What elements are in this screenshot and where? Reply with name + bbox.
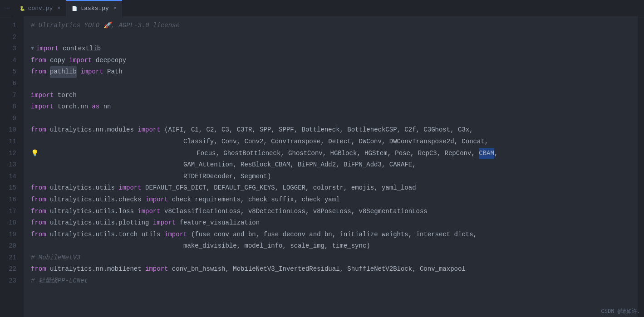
keyword: import [36, 43, 59, 55]
code-line: RTDETRDecoder, Segment) [31, 171, 630, 183]
keyword: from [31, 124, 46, 136]
code-text: DEFAULT_CFG_DICT, DEFAULT_CFG_KEYS, LOGG… [142, 182, 416, 194]
fold-icon[interactable]: ▼ [31, 43, 34, 55]
keyword: from [31, 229, 46, 241]
keyword: import [138, 206, 160, 218]
code-text: deepcopy [92, 55, 126, 67]
code-text: Focus, GhostBottleneck, GhostConv, HGBlo… [44, 148, 479, 160]
code-text: ultralytics.nn.modules [46, 124, 138, 136]
code-line [31, 78, 630, 90]
code-line: # Ultralytics YOLO 🚀, AGPL-3.0 license [31, 20, 630, 32]
keyword: import [31, 90, 54, 102]
code-line: Classify, Conv, Conv2, ConvTranspose, De… [31, 136, 630, 148]
code-text: check_requirements, check_suffix, check_… [168, 194, 339, 206]
code-line: from ultralytics.utils.plotting import f… [31, 217, 630, 229]
code-line: # 轻量级PP-LCNet [31, 275, 630, 287]
tab-close-conv[interactable]: × [57, 5, 60, 12]
keyword: import [138, 124, 160, 136]
code-line: from ultralytics.utils import DEFAULT_CF… [31, 182, 630, 194]
code-text: ultralytics.utils.checks [46, 194, 145, 206]
tab-conv[interactable]: 🐍 conv.py × [14, 0, 66, 16]
code-text: ultralytics.utils.torch_utils [46, 229, 164, 241]
keyword: from [31, 66, 46, 78]
keyword: from [31, 194, 46, 206]
tab-label-tasks: tasks.py [80, 5, 108, 12]
code-line: from copy import deepcopy [31, 55, 630, 67]
code-text: contextlib [59, 43, 101, 55]
keyword: from [31, 55, 46, 67]
comment: # Ultralytics YOLO 🚀, AGPL-3.0 license [31, 20, 180, 32]
code-line: import torch [31, 90, 630, 102]
lightbulb-icon[interactable]: 💡 [31, 148, 42, 160]
keyword: from [31, 182, 46, 194]
keyword: from [31, 217, 46, 229]
code-text: (fuse_conv_and_bn, fuse_deconv_and_bn, i… [187, 229, 477, 241]
code-line: from ultralytics.nn.modules import (AIFI… [31, 124, 630, 136]
code-text: RTDETRDecoder, Segment) [31, 171, 271, 183]
code-line: from ultralytics.utils.checks import che… [31, 194, 630, 206]
comment: # MobileNetV3 [31, 252, 80, 264]
keyword: from [31, 263, 46, 275]
code-text: GAM_Attention, ResBlock_CBAM, BiFPN_Add2… [31, 159, 416, 171]
keyword: import [69, 55, 92, 67]
code-line: # MobileNetV3 [31, 252, 630, 264]
tab-icon-tasks: 📄 [71, 5, 78, 12]
code-text: v8ClassificationLoss, v8DetectionLoss, v… [161, 206, 428, 218]
tab-icon-conv: 🐍 [19, 5, 25, 12]
line-numbers: 1234567891011121314151617181920212223 [0, 16, 24, 317]
selected-token: CBAM [479, 148, 494, 160]
keyword: import [145, 194, 168, 206]
code-line: from ultralytics.nn.mobilenet import con… [31, 263, 630, 275]
keyword: import [31, 101, 54, 113]
code-text: ultralytics.nn.mobilenet [46, 263, 145, 275]
code-line: make_divisible, model_info, scale_img, t… [31, 240, 630, 252]
code-line: 💡 Focus, GhostBottleneck, GhostConv, HGB… [31, 148, 630, 160]
code-text: Classify, Conv, Conv2, ConvTranspose, De… [31, 136, 488, 148]
code-text [46, 66, 50, 78]
keyword: import [80, 66, 103, 78]
code-line [31, 32, 630, 44]
code-line: GAM_Attention, ResBlock_CBAM, BiFPN_Add2… [31, 159, 630, 171]
tab-close-tasks[interactable]: × [113, 5, 117, 12]
code-text: (AIFI, C1, C2, C3, C3TR, SPP, SPPF, Bott… [161, 124, 473, 136]
code-text: torch [54, 90, 76, 102]
code-content[interactable]: # Ultralytics YOLO 🚀, AGPL-3.0 license▼i… [24, 16, 638, 317]
tab-label-conv: conv.py [28, 5, 53, 12]
code-line: from ultralytics.utils.torch_utils impor… [31, 229, 630, 241]
code-text: make_divisible, model_info, scale_img, t… [31, 240, 370, 252]
code-line: from pathlib import Path [31, 66, 630, 78]
code-text: Path [103, 66, 123, 78]
code-text: , [494, 148, 498, 160]
code-text: ultralytics.utils.plotting [46, 217, 153, 229]
code-line: from ultralytics.utils.loss import v8Cla… [31, 206, 630, 218]
code-text: feature_visualization [176, 217, 260, 229]
keyword: import [145, 263, 168, 275]
keyword: import [153, 217, 176, 229]
code-text [77, 66, 80, 78]
tab-tasks[interactable]: 📄 tasks.py × [66, 0, 122, 16]
code-text: ultralytics.utils [46, 182, 119, 194]
code-line: ▼import contextlib [31, 43, 630, 55]
comment: # 轻量级PP-LCNet [31, 275, 88, 287]
code-text: conv_bn_hswish, MobileNetV3_InvertedResi… [168, 263, 465, 275]
code-text: copy [46, 55, 69, 67]
keyword: from [31, 206, 46, 218]
code-area: 1234567891011121314151617181920212223 # … [0, 16, 644, 317]
watermark: CSDN @请如许. [601, 307, 640, 315]
window-minimize[interactable]: — [2, 4, 14, 12]
code-text: torch.nn [54, 101, 92, 113]
highlighted-token: pathlib [50, 66, 77, 78]
code-line [31, 113, 630, 125]
scrollbar-area[interactable] [638, 16, 644, 317]
keyword: import [118, 182, 141, 194]
code-text: nn [99, 101, 111, 113]
tab-bar: — 🐍 conv.py × 📄 tasks.py × [0, 0, 644, 16]
keyword: as [92, 101, 99, 113]
code-line: import torch.nn as nn [31, 101, 630, 113]
code-text: ultralytics.utils.loss [46, 206, 138, 218]
keyword: import [164, 229, 187, 241]
